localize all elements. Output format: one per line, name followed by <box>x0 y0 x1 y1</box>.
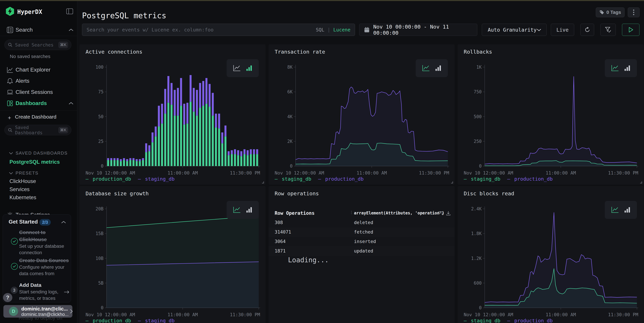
svg-text:1.8K: 1.8K <box>471 231 482 236</box>
svg-text:staging_db: staging_db <box>471 318 500 323</box>
svg-text:1K: 1K <box>476 64 482 70</box>
filter-button[interactable] <box>600 24 616 36</box>
sort-icon[interactable] <box>438 211 444 216</box>
sidebar-item-chart-explorer[interactable]: Chart Explorer <box>0 65 77 75</box>
line-chart-toggle-icon[interactable] <box>232 206 241 214</box>
row-count: 3064 <box>275 239 286 244</box>
line-chart-toggle-icon[interactable] <box>422 64 430 72</box>
user-account-card[interactable]: D dominic.tran@clic... dominic.tran@clic… <box>4 305 72 318</box>
line-chart-toggle-icon[interactable] <box>232 64 241 72</box>
resize-handle[interactable] <box>262 181 264 184</box>
bar-chart-toggle-icon[interactable] <box>434 64 442 72</box>
panel-title: Rollbacks <box>464 49 492 55</box>
line-chart-toggle-icon[interactable] <box>611 64 619 72</box>
chart-type-toggle <box>226 201 259 219</box>
chevron-up-icon <box>68 28 74 32</box>
panel-title: Active connections <box>86 49 142 55</box>
step-number-badge: 3 <box>11 287 18 294</box>
svg-text:0: 0 <box>479 164 482 168</box>
more-menu-button[interactable] <box>628 8 640 17</box>
help-button[interactable]: ? <box>3 293 12 302</box>
panel-active-connections: 0255075100Nov 10 12:00:00 AM11:00:00 AM1… <box>80 44 266 185</box>
bar-chart-toggle-icon[interactable] <box>246 206 253 214</box>
sidebar-collapse-icon[interactable] <box>66 8 73 14</box>
svg-text:11:30:00 PM: 11:30:00 PM <box>419 170 449 176</box>
bar-chart-toggle-icon[interactable] <box>246 64 253 72</box>
column-header[interactable]: arrayElement(Attributes, 'operation') <box>354 211 444 216</box>
svg-text:11:30:00 PM: 11:30:00 PM <box>230 170 260 176</box>
bar-chart-toggle-icon[interactable] <box>624 206 631 214</box>
table-row[interactable]: 3064 inserted <box>268 237 454 246</box>
svg-text:11:30:00 PM: 11:30:00 PM <box>230 312 260 317</box>
step-title: Connect to <box>19 230 46 235</box>
step-desc: Set up your database <box>19 244 64 249</box>
table-row[interactable]: 308 deleted <box>268 218 454 228</box>
presets-section-header[interactable]: PRESETS <box>9 170 38 176</box>
download-icon[interactable] <box>446 211 451 216</box>
row-operation: fetched <box>354 229 373 234</box>
resize-handle[interactable] <box>640 181 642 184</box>
sidebar-item-label: Alerts <box>16 78 30 84</box>
refresh-button[interactable] <box>580 24 594 36</box>
lucene-mode-toggle[interactable]: Lucene <box>333 27 350 33</box>
get-started-step-3[interactable]: Add Data Start sending logs,metrics, or … <box>19 282 58 302</box>
svg-text:600: 600 <box>474 280 482 286</box>
resize-handle[interactable] <box>450 181 453 184</box>
get-started-step-2[interactable]: Create Data Sources Configure where your… <box>19 257 69 277</box>
granularity-select[interactable]: Auto Granularity <box>482 24 546 36</box>
saved-searches-input[interactable]: Saved Searches ⌘K <box>4 40 71 50</box>
sidebar-item-alerts[interactable]: Alerts <box>0 76 77 86</box>
run-query-button[interactable] <box>622 24 640 36</box>
get-started-step-1[interactable]: Connect toClickHouse Set up your databas… <box>19 229 64 256</box>
sidebar-item-clickhouse[interactable]: ClickHouse <box>10 178 36 184</box>
app-logo-text: HyperDX <box>17 8 42 15</box>
get-started-progress-badge: 2/3 <box>40 219 51 226</box>
column-header[interactable]: Row Operations <box>275 210 314 216</box>
svg-text:11:00:00 AM: 11:00:00 AM <box>168 170 198 176</box>
sidebar-item-search[interactable]: Search <box>0 25 77 35</box>
chevron-down-icon <box>9 172 13 174</box>
sql-mode-toggle[interactable]: SQL <box>316 27 324 33</box>
sidebar-item-services[interactable]: Services <box>10 186 30 192</box>
panel-title: Transaction rate <box>275 49 325 55</box>
table-row[interactable]: 314071 fetched <box>268 227 454 237</box>
calendar-icon <box>364 27 370 33</box>
bar-chart-toggle-icon[interactable] <box>624 64 631 72</box>
svg-text:20B: 20B <box>96 206 104 212</box>
chevron-right-icon <box>70 309 73 314</box>
sidebar-item-client-sessions[interactable]: Client Sessions <box>0 87 77 97</box>
shortcut-badge: ⌘K <box>58 127 68 134</box>
tags-button[interactable]: 0 Tags <box>596 8 624 17</box>
svg-text:8K: 8K <box>287 64 293 70</box>
line-chart-toggle-icon[interactable] <box>611 206 619 214</box>
sidebar-item-postgresql-metrics[interactable]: PostgreSQL metrics <box>10 159 60 165</box>
step-desc: Start sending logs, <box>19 289 58 294</box>
svg-text:100: 100 <box>96 64 104 70</box>
saved-dashboards-section-header[interactable]: SAVED DASHBOARDS <box>9 150 68 156</box>
chevron-up-icon[interactable] <box>61 221 66 224</box>
sidebar-item-label: Client Sessions <box>16 89 53 95</box>
svg-text:0: 0 <box>290 164 292 168</box>
sidebar-item-kubernetes[interactable]: Kubernetes <box>10 194 36 200</box>
shortcut-badge: ⌘K <box>58 42 68 48</box>
svg-text:11:30:00 PM: 11:30:00 PM <box>608 170 638 176</box>
panel-database-size-growth: 05B10B15B20BNov 10 12:00:00 AM11:00:00 A… <box>80 186 266 323</box>
user-email: dominic.tran@clickho... <box>21 312 69 317</box>
svg-text:production_db: production_db <box>93 176 131 182</box>
saved-dashboards-input[interactable]: Saved Dashboards ⌘K <box>4 125 71 135</box>
event-search-input[interactable]: Search your events w/ Lucene ex. column:… <box>82 24 355 36</box>
laptop-icon <box>6 88 14 96</box>
panel-title: Disc blocks read <box>464 190 514 196</box>
step-done-check-icon <box>11 263 18 270</box>
table-row[interactable]: 1871 updated <box>268 246 454 256</box>
svg-text:11:00:00 AM: 11:00:00 AM <box>546 312 576 317</box>
screen-top-strip <box>0 0 644 1</box>
row-operation: updated <box>354 248 373 254</box>
sidebar-item-label: Dashboards <box>16 100 47 106</box>
live-button[interactable]: Live <box>551 24 574 36</box>
sidebar-item-dashboards[interactable]: Dashboards <box>0 98 77 108</box>
sidebar: HyperDX Search Saved Searches ⌘K No save… <box>0 1 77 323</box>
date-range-picker[interactable]: Nov 10 00:00:00 - Nov 11 00:00:00 <box>359 24 477 36</box>
create-dashboard-button[interactable]: + Create Dashboard <box>8 114 56 121</box>
section-label: SAVED DASHBOARDS <box>16 150 68 156</box>
